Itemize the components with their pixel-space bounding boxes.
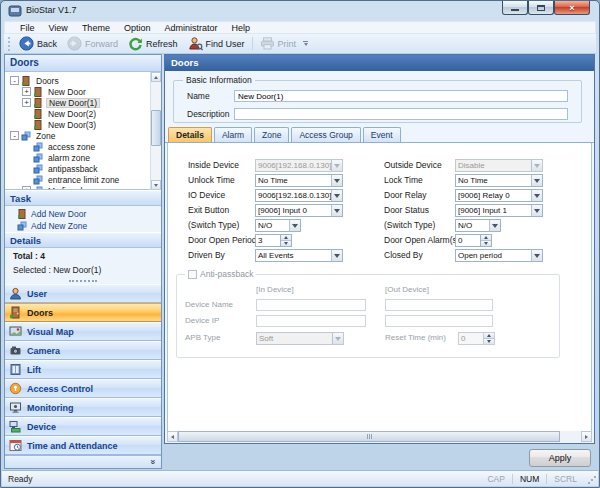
- toolbar-overflow-icon[interactable]: [303, 41, 308, 46]
- tree-item-new-door[interactable]: + New Door: [5, 86, 161, 97]
- tree-item-access-zone[interactable]: access zone: [5, 141, 161, 152]
- nav-item-user[interactable]: User: [5, 284, 161, 303]
- menu-theme[interactable]: Theme: [75, 22, 117, 34]
- spinner-down-icon: [484, 338, 494, 344]
- nav-item-monitoring[interactable]: Monitoring: [5, 398, 161, 417]
- dropdown-arrow-icon[interactable]: [531, 250, 542, 261]
- camera-icon: [9, 344, 22, 357]
- door-status-combo[interactable]: [9006] Input 1: [455, 204, 543, 217]
- sidebar-splitter[interactable]: [5, 277, 161, 284]
- scrollbar-thumb[interactable]: [151, 110, 161, 146]
- tree-item-zone[interactable]: - Zone: [5, 130, 161, 141]
- nav-item-doors[interactable]: Doors: [5, 303, 161, 322]
- exit-button-combo[interactable]: [9006] Input 0: [255, 204, 343, 217]
- menu-option[interactable]: Option: [117, 22, 158, 34]
- nav-item-device[interactable]: Device: [5, 417, 161, 436]
- device-ip-in-field[interactable]: [256, 315, 366, 327]
- tree-item-entrance-limit-zone[interactable]: entrance limit zone: [5, 174, 161, 185]
- nav-item-visual-map[interactable]: Visual Map: [5, 322, 161, 341]
- io-device-combo[interactable]: 9006[192.168.0.130]: [255, 189, 343, 202]
- back-button[interactable]: Back: [14, 35, 62, 52]
- lock-time-combo[interactable]: No Time: [455, 174, 543, 187]
- scroll-up-icon[interactable]: [151, 72, 161, 82]
- collapse-icon[interactable]: -: [10, 131, 19, 140]
- door-open-alarm-spinner[interactable]: 0: [455, 234, 492, 247]
- print-button[interactable]: Print: [255, 35, 302, 52]
- tab-details[interactable]: Details: [168, 127, 212, 142]
- dropdown-arrow-icon[interactable]: [289, 220, 300, 231]
- dropdown-arrow-icon[interactable]: [531, 205, 542, 216]
- nav-item-time-attendance[interactable]: Time and Attendance: [5, 436, 161, 455]
- menu-administrator[interactable]: Administrator: [157, 22, 224, 34]
- expand-icon[interactable]: +: [22, 98, 31, 107]
- expand-icon[interactable]: +: [22, 87, 31, 96]
- add-new-door-link[interactable]: Add New Door: [5, 208, 161, 220]
- total-count: Total : 4: [13, 251, 161, 261]
- tree-item-doors[interactable]: - Doors: [5, 75, 161, 86]
- name-field[interactable]: [234, 90, 568, 102]
- nav-item-access-control[interactable]: Access Control: [5, 379, 161, 398]
- scroll-left-icon[interactable]: [167, 431, 178, 442]
- dropdown-arrow-icon[interactable]: [531, 175, 542, 186]
- tab-access-group[interactable]: Access Group: [291, 127, 360, 142]
- device-name-in-field[interactable]: [256, 299, 366, 311]
- window-title: BioStar V1.7: [26, 5, 77, 15]
- horizontal-scrollbar[interactable]: [167, 431, 592, 442]
- spinner-down-icon[interactable]: [481, 240, 491, 246]
- collapse-icon[interactable]: -: [10, 76, 19, 85]
- door-icon: [17, 209, 27, 219]
- door-status-label: Door Status: [384, 204, 429, 217]
- tab-event[interactable]: Event: [363, 127, 401, 142]
- driven-by-combo[interactable]: All Events: [255, 249, 343, 262]
- minimize-button[interactable]: [502, 1, 528, 15]
- switch-type-right-combo[interactable]: N/O: [455, 219, 501, 232]
- details-summary: Total : 4 Selected : New Door(1): [5, 251, 161, 275]
- maximize-button[interactable]: [528, 1, 554, 15]
- closed-by-combo[interactable]: Open period: [455, 249, 543, 262]
- dropdown-arrow-icon[interactable]: [331, 175, 342, 186]
- dropdown-arrow-icon[interactable]: [331, 190, 342, 201]
- menu-help[interactable]: Help: [224, 22, 257, 34]
- menu-file[interactable]: File: [13, 22, 42, 34]
- tree-item-alarm-zone[interactable]: alarm zone: [5, 152, 161, 163]
- time-attendance-icon: [9, 439, 22, 452]
- menu-view[interactable]: View: [42, 22, 75, 34]
- navigation-pane: User Doors Visual Map Camera Lift Access…: [5, 284, 161, 455]
- resize-grip[interactable]: [587, 475, 596, 484]
- nav-item-lift[interactable]: Lift: [5, 360, 161, 379]
- nav-item-camera[interactable]: Camera: [5, 341, 161, 360]
- device-name-out-field[interactable]: [385, 299, 493, 311]
- dropdown-arrow-icon[interactable]: [489, 220, 500, 231]
- tab-alarm[interactable]: Alarm: [214, 127, 252, 142]
- switch-type-left-combo[interactable]: N/O: [255, 219, 301, 232]
- description-field[interactable]: [234, 108, 568, 120]
- tree-item-new-door-2[interactable]: New Door(2): [5, 108, 161, 119]
- zone-icon: [17, 221, 27, 231]
- dropdown-arrow-icon[interactable]: [331, 250, 342, 261]
- anti-passback-checkbox[interactable]: [188, 270, 197, 279]
- door-open-period-spinner[interactable]: 3: [255, 234, 292, 247]
- close-button[interactable]: ×: [554, 1, 590, 15]
- device-ip-out-field[interactable]: [385, 315, 493, 327]
- tree-scrollbar[interactable]: [150, 72, 161, 190]
- scroll-down-icon[interactable]: [151, 180, 161, 190]
- dropdown-arrow-icon[interactable]: [531, 190, 542, 201]
- scrollbar-thumb[interactable]: [178, 431, 560, 442]
- configure-buttons-icon[interactable]: »: [147, 459, 157, 464]
- add-new-zone-link[interactable]: Add New Zone: [5, 220, 161, 232]
- dropdown-arrow-icon[interactable]: [331, 205, 342, 216]
- titlebar[interactable]: BioStar V1.7 ×: [1, 1, 599, 21]
- tab-zone[interactable]: Zone: [254, 127, 289, 142]
- in-device-header: [In Device]: [256, 285, 294, 294]
- forward-button[interactable]: Forward: [62, 35, 123, 52]
- apply-button[interactable]: Apply: [529, 449, 591, 467]
- scroll-right-icon[interactable]: [581, 431, 592, 442]
- spinner-down-icon[interactable]: [281, 240, 291, 246]
- refresh-button[interactable]: Refresh: [123, 35, 183, 52]
- find-user-button[interactable]: Find User: [183, 35, 250, 52]
- tree-item-new-door-3[interactable]: New Door(3): [5, 119, 161, 130]
- tree-item-new-door-1[interactable]: + New Door(1): [5, 97, 161, 108]
- tree-item-antipassback[interactable]: antipassback: [5, 163, 161, 174]
- door-relay-combo[interactable]: [9006] Relay 0: [455, 189, 543, 202]
- unlock-time-combo[interactable]: No Time: [255, 174, 343, 187]
